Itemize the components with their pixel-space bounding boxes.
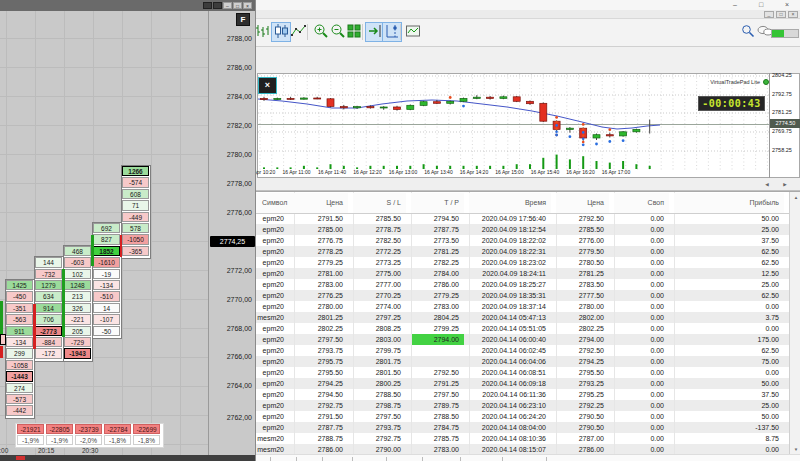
footprint-filter-button[interactable]: F — [236, 13, 250, 26]
footprint-delta-bar — [91, 235, 94, 266]
column-header-6[interactable]: Цена — [556, 193, 609, 213]
delta-percent-cell: -1,9% — [46, 435, 73, 445]
table-scroll-up-button[interactable]: ▲ — [790, 192, 800, 203]
price-axis-label: 2788,00 — [206, 34, 252, 43]
table-cell: 2792.75 — [294, 400, 348, 411]
table-cell: 2788.50 — [411, 411, 464, 422]
scroll-right-button[interactable]: ▶ — [779, 180, 791, 189]
table-cell: 175.00 — [674, 334, 784, 345]
minimize-button[interactable]: – — [726, 0, 744, 10]
table-cell: 2797.50 — [411, 389, 464, 400]
table-cell: 2793.25 — [556, 378, 609, 389]
table-cell: epm20 — [256, 345, 289, 356]
table-cell: 0.00 — [614, 389, 669, 400]
tile-windows-button[interactable] — [344, 22, 364, 42]
table-cell: 2793.75 — [294, 345, 348, 356]
column-header-5[interactable]: Время — [469, 193, 551, 213]
dock-button-2[interactable] — [213, 2, 222, 9]
footprint-cell: -134 — [6, 337, 33, 347]
table-cell: 2795.25 — [556, 389, 609, 400]
footprint-chart-area: 1425-450-351-563911-134299-1058-1443274-… — [0, 11, 255, 456]
mdi-restore-button[interactable]: □ — [776, 11, 786, 18]
grid-icon — [346, 23, 362, 42]
footprint-cell: -351 — [6, 303, 33, 313]
table-cell: 2784.00 — [411, 268, 464, 279]
footer-red-marker[interactable] — [16, 456, 25, 460]
footprint-cell: -172 — [35, 348, 62, 358]
restore-button[interactable]: □ — [752, 0, 770, 10]
table-cell: 2020.04.09 18:22:02 — [469, 235, 551, 246]
chart-scrollbar[interactable]: ◀▶ — [256, 178, 800, 191]
footprint-cell: -442 — [6, 405, 33, 415]
table-cell: 2798.75 — [353, 400, 406, 411]
chart-price-label: 2804.25 — [772, 72, 800, 79]
column-header-1[interactable]: Символ — [256, 193, 294, 213]
table-cell: 2792.50 — [411, 367, 464, 378]
table-cell: 2770.25 — [353, 290, 406, 301]
table-cell: 2020.04.09 17:56:40 — [469, 213, 551, 224]
column-header-7[interactable]: Своп — [614, 193, 669, 213]
indicators-button[interactable] — [403, 22, 423, 42]
chart-time-label: 16 Apr 15:40 — [531, 168, 559, 176]
column-header-3[interactable]: S / L — [353, 193, 406, 213]
footprint-cell: -50 — [93, 326, 120, 336]
h-gridline — [0, 154, 208, 155]
chart-close-button[interactable]: × — [258, 77, 277, 94]
line-chart-button[interactable] — [289, 22, 309, 42]
chart-price-label: 2792.75 — [772, 91, 800, 98]
mdi-close-button[interactable]: × — [788, 11, 798, 18]
delta-percent-cell: -1,8% — [104, 435, 131, 445]
table-scrollbar[interactable]: ▲▼ — [789, 192, 800, 455]
table-cell: 2781.00 — [294, 268, 348, 279]
table-cell: 0.00 — [674, 367, 784, 378]
table-cell: 0.00 — [614, 279, 669, 290]
table-cell: 2797.50 — [294, 334, 348, 345]
footprint-cell: -574 — [122, 177, 149, 187]
table-cell: 2777.00 — [353, 279, 406, 290]
restore-button[interactable]: □ — [233, 2, 242, 9]
footprint-cell: 608 — [122, 189, 149, 199]
connection-toggle[interactable] — [771, 29, 799, 38]
column-header-4[interactable]: T / P — [411, 193, 464, 213]
minimize-button[interactable]: – — [223, 2, 232, 9]
bar-chart-button[interactable] — [255, 22, 272, 42]
table-cell: 2802.25 — [294, 323, 348, 334]
table-cell: 0.00 — [614, 246, 669, 257]
table-cell: 2797.25 — [353, 312, 406, 323]
bars-icon — [255, 23, 270, 42]
dock-button-1[interactable] — [203, 2, 212, 9]
footprint-cell: -884 — [35, 337, 62, 347]
current-price-badge: 2774,25 — [210, 236, 255, 247]
table-cell: epm20 — [256, 235, 289, 246]
table-cell: 2775.00 — [353, 268, 406, 279]
chart-time-label: 16 Apr 11:00 — [283, 168, 311, 176]
column-header-8[interactable]: Прибыль — [674, 193, 784, 213]
table-cell: 2778.25 — [294, 246, 348, 257]
table-cell: 2790.50 — [556, 411, 609, 422]
tab-strip-tick — [386, 457, 387, 461]
table-cell: 2020.04.09 18:37:14 — [469, 301, 551, 312]
close-button[interactable]: × — [243, 2, 252, 9]
table-cell: 0.00 — [614, 312, 669, 323]
footprint-cell: 1852 — [93, 246, 120, 256]
footprint-cell: 213 — [64, 291, 91, 301]
table-cell: 2785.50 — [556, 224, 609, 235]
bottom-tab-strip[interactable] — [256, 454, 800, 461]
candlestick-chart-button[interactable] — [271, 22, 291, 42]
table-cell: 62.50 — [674, 246, 784, 257]
table-cell: 2781.25 — [556, 268, 609, 279]
tab-strip-tick — [352, 457, 353, 461]
mdi-minimize-button[interactable]: _ — [764, 11, 774, 18]
table-cell: 2785.50 — [353, 213, 406, 224]
scroll-left-button[interactable]: ◀ — [761, 180, 773, 189]
footprint-cell: -1610 — [93, 257, 120, 267]
close-button[interactable]: × — [778, 0, 796, 10]
v-gridline — [151, 11, 152, 456]
table-cell: 2794.25 — [556, 356, 609, 367]
column-header-2[interactable]: Цена — [294, 193, 348, 213]
table-cell: 25.00 — [674, 400, 784, 411]
candlestick-chart-canvas — [258, 74, 770, 179]
time-axis-label: 20:00 — [0, 447, 8, 455]
table-cell: 8.75 — [674, 433, 784, 444]
chart-shift-button[interactable] — [382, 22, 402, 42]
